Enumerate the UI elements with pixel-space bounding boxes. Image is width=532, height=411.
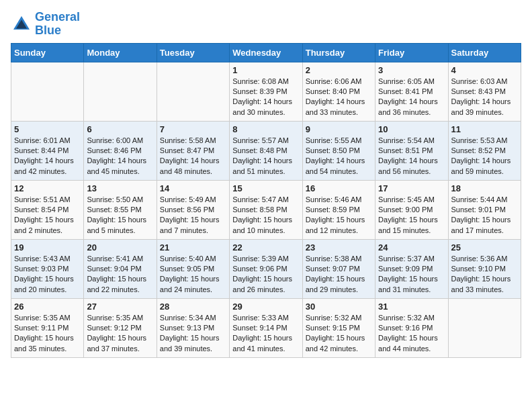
day-number: 6 (87, 124, 153, 134)
cell-info: Sunrise: 5:37 AM Sunset: 9:09 PM Dayligh… (378, 254, 445, 295)
cell-info: Sunrise: 5:50 AM Sunset: 8:55 PM Dayligh… (87, 195, 153, 236)
header-thursday: Thursday (302, 43, 375, 62)
cell-info: Sunrise: 6:06 AM Sunset: 8:40 PM Dayligh… (306, 77, 372, 118)
day-number: 21 (160, 242, 226, 253)
day-number: 30 (306, 302, 372, 312)
cell-info: Sunrise: 5:36 AM Sunset: 9:10 PM Dayligh… (451, 254, 518, 295)
calendar-cell: 15Sunrise: 5:47 AM Sunset: 8:58 PM Dayli… (230, 180, 302, 239)
cell-info: Sunrise: 5:53 AM Sunset: 8:52 PM Dayligh… (451, 136, 518, 177)
calendar-cell: 22Sunrise: 5:39 AM Sunset: 9:06 PM Dayli… (230, 239, 302, 298)
day-number: 11 (451, 124, 518, 134)
day-number: 16 (306, 183, 372, 193)
cell-info: Sunrise: 6:05 AM Sunset: 8:41 PM Dayligh… (378, 77, 445, 118)
cell-info: Sunrise: 5:51 AM Sunset: 8:54 PM Dayligh… (14, 195, 81, 236)
cell-info: Sunrise: 5:39 AM Sunset: 9:06 PM Dayligh… (232, 254, 299, 295)
calendar-table: SundayMondayTuesdayWednesdayThursdayFrid… (11, 43, 521, 358)
cell-info: Sunrise: 5:32 AM Sunset: 9:15 PM Dayligh… (306, 313, 372, 355)
cell-info: Sunrise: 5:46 AM Sunset: 8:59 PM Dayligh… (306, 195, 372, 236)
cell-info: Sunrise: 5:43 AM Sunset: 9:03 PM Dayligh… (14, 254, 81, 295)
header-friday: Friday (375, 43, 448, 62)
day-number: 3 (378, 65, 445, 75)
header-tuesday: Tuesday (157, 43, 229, 62)
day-number: 31 (378, 302, 445, 312)
calendar-cell: 11Sunrise: 5:53 AM Sunset: 8:52 PM Dayli… (448, 121, 521, 180)
calendar-cell: 13Sunrise: 5:50 AM Sunset: 8:55 PM Dayli… (84, 180, 157, 239)
calendar-cell: 26Sunrise: 5:35 AM Sunset: 9:11 PM Dayli… (11, 298, 84, 357)
cell-info: Sunrise: 5:58 AM Sunset: 8:47 PM Dayligh… (160, 136, 226, 177)
cell-info: Sunrise: 5:35 AM Sunset: 9:12 PM Dayligh… (87, 313, 153, 355)
cell-info: Sunrise: 6:03 AM Sunset: 8:43 PM Dayligh… (451, 77, 518, 118)
header-monday: Monday (84, 43, 157, 62)
day-number: 9 (306, 124, 372, 134)
cell-info: Sunrise: 5:41 AM Sunset: 9:04 PM Dayligh… (87, 254, 153, 295)
calendar-header-row: SundayMondayTuesdayWednesdayThursdayFrid… (11, 43, 521, 62)
cell-info: Sunrise: 5:47 AM Sunset: 8:58 PM Dayligh… (232, 195, 299, 236)
cell-info: Sunrise: 5:54 AM Sunset: 8:51 PM Dayligh… (378, 136, 445, 177)
calendar-cell: 8Sunrise: 5:57 AM Sunset: 8:48 PM Daylig… (230, 121, 302, 180)
calendar-cell (157, 62, 229, 121)
day-number: 18 (451, 183, 518, 193)
logo: General Blue (11, 11, 80, 38)
calendar-cell: 4Sunrise: 6:03 AM Sunset: 8:43 PM Daylig… (448, 62, 521, 121)
day-number: 24 (378, 242, 445, 253)
day-number: 15 (232, 183, 299, 193)
day-number: 7 (160, 124, 226, 134)
calendar-cell: 25Sunrise: 5:36 AM Sunset: 9:10 PM Dayli… (448, 239, 521, 298)
day-number: 28 (160, 302, 226, 312)
header-saturday: Saturday (448, 43, 521, 62)
week-row-4: 26Sunrise: 5:35 AM Sunset: 9:11 PM Dayli… (11, 298, 521, 357)
week-row-3: 19Sunrise: 5:43 AM Sunset: 9:03 PM Dayli… (11, 239, 521, 298)
cell-info: Sunrise: 5:40 AM Sunset: 9:05 PM Dayligh… (160, 254, 226, 295)
day-number: 25 (451, 242, 518, 253)
day-number: 10 (378, 124, 445, 134)
calendar-cell: 9Sunrise: 5:55 AM Sunset: 8:50 PM Daylig… (302, 121, 375, 180)
calendar-cell: 24Sunrise: 5:37 AM Sunset: 9:09 PM Dayli… (375, 239, 448, 298)
calendar-cell: 31Sunrise: 5:32 AM Sunset: 9:16 PM Dayli… (375, 298, 448, 357)
cell-info: Sunrise: 5:32 AM Sunset: 9:16 PM Dayligh… (378, 313, 445, 355)
cell-info: Sunrise: 6:08 AM Sunset: 8:39 PM Dayligh… (232, 77, 299, 118)
cell-info: Sunrise: 5:34 AM Sunset: 9:13 PM Dayligh… (160, 313, 226, 355)
calendar-cell (84, 62, 157, 121)
day-number: 26 (14, 302, 81, 312)
day-number: 1 (232, 65, 299, 75)
day-number: 13 (87, 183, 153, 193)
week-row-2: 12Sunrise: 5:51 AM Sunset: 8:54 PM Dayli… (11, 180, 521, 239)
calendar-cell: 18Sunrise: 5:44 AM Sunset: 9:01 PM Dayli… (448, 180, 521, 239)
day-number: 22 (232, 242, 299, 253)
day-number: 27 (87, 302, 153, 312)
day-number: 29 (232, 302, 299, 312)
calendar-cell: 23Sunrise: 5:38 AM Sunset: 9:07 PM Dayli… (302, 239, 375, 298)
cell-info: Sunrise: 5:38 AM Sunset: 9:07 PM Dayligh… (306, 254, 372, 295)
logo-icon (11, 13, 32, 35)
day-number: 5 (14, 124, 81, 134)
calendar-cell: 7Sunrise: 5:58 AM Sunset: 8:47 PM Daylig… (157, 121, 229, 180)
day-number: 12 (14, 183, 81, 193)
cell-info: Sunrise: 5:44 AM Sunset: 9:01 PM Dayligh… (451, 195, 518, 236)
day-number: 23 (306, 242, 372, 253)
calendar-cell: 16Sunrise: 5:46 AM Sunset: 8:59 PM Dayli… (302, 180, 375, 239)
calendar-cell: 10Sunrise: 5:54 AM Sunset: 8:51 PM Dayli… (375, 121, 448, 180)
week-row-1: 5Sunrise: 6:01 AM Sunset: 8:44 PM Daylig… (11, 121, 521, 180)
calendar-cell: 20Sunrise: 5:41 AM Sunset: 9:04 PM Dayli… (84, 239, 157, 298)
header-wednesday: Wednesday (230, 43, 302, 62)
cell-info: Sunrise: 5:33 AM Sunset: 9:14 PM Dayligh… (232, 313, 299, 355)
calendar-cell (448, 298, 521, 357)
calendar-cell: 14Sunrise: 5:49 AM Sunset: 8:56 PM Dayli… (157, 180, 229, 239)
calendar-cell: 6Sunrise: 6:00 AM Sunset: 8:46 PM Daylig… (84, 121, 157, 180)
day-number: 8 (232, 124, 299, 134)
week-row-0: 1Sunrise: 6:08 AM Sunset: 8:39 PM Daylig… (11, 62, 521, 121)
calendar-cell: 29Sunrise: 5:33 AM Sunset: 9:14 PM Dayli… (230, 298, 302, 357)
cell-info: Sunrise: 5:57 AM Sunset: 8:48 PM Dayligh… (232, 136, 299, 177)
calendar-cell: 30Sunrise: 5:32 AM Sunset: 9:15 PM Dayli… (302, 298, 375, 357)
calendar-cell: 28Sunrise: 5:34 AM Sunset: 9:13 PM Dayli… (157, 298, 229, 357)
calendar-cell: 12Sunrise: 5:51 AM Sunset: 8:54 PM Dayli… (11, 180, 84, 239)
calendar-cell: 3Sunrise: 6:05 AM Sunset: 8:41 PM Daylig… (375, 62, 448, 121)
calendar-cell: 27Sunrise: 5:35 AM Sunset: 9:12 PM Dayli… (84, 298, 157, 357)
day-number: 2 (306, 65, 372, 75)
cell-info: Sunrise: 5:45 AM Sunset: 9:00 PM Dayligh… (378, 195, 445, 236)
header-sunday: Sunday (11, 43, 84, 62)
cell-info: Sunrise: 5:49 AM Sunset: 8:56 PM Dayligh… (160, 195, 226, 236)
cell-info: Sunrise: 6:00 AM Sunset: 8:46 PM Dayligh… (87, 136, 153, 177)
calendar-cell: 17Sunrise: 5:45 AM Sunset: 9:00 PM Dayli… (375, 180, 448, 239)
calendar-cell: 1Sunrise: 6:08 AM Sunset: 8:39 PM Daylig… (230, 62, 302, 121)
